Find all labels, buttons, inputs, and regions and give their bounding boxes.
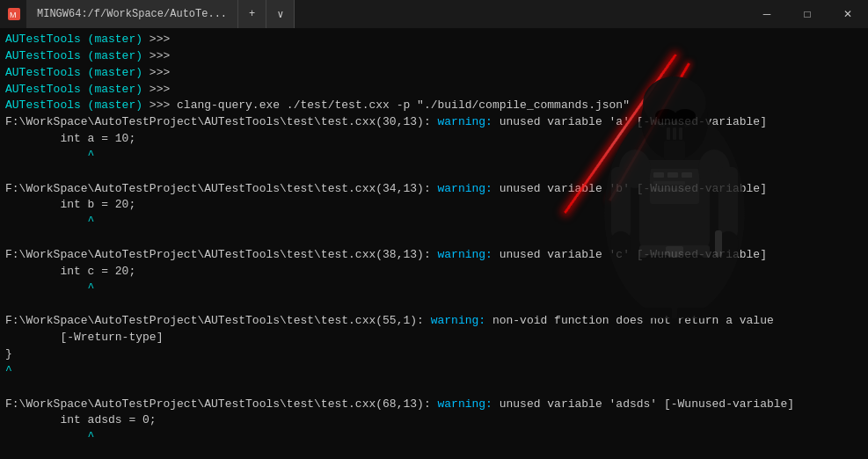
terminal-line: F:\WorkSpace\AutoTestProject\AUTestTools… xyxy=(5,181,863,198)
terminal-line: ^ xyxy=(5,214,863,230)
minimize-button[interactable]: ─ xyxy=(747,0,787,28)
terminal-line: F:\WorkSpace\AutoTestProject\AUTestTools… xyxy=(5,313,863,330)
tab-label: MINGW64:/f/WorkSpace/AutoTe... xyxy=(37,8,227,20)
terminal-window: M MINGW64:/f/WorkSpace/AutoTe... + ∨ ─ □… xyxy=(0,0,868,459)
chevron-down-icon: ∨ xyxy=(277,8,283,21)
terminal-line: AUTestTools (master) >>> xyxy=(5,32,863,48)
terminal-line: ^ xyxy=(5,429,863,446)
active-tab[interactable]: MINGW64:/f/WorkSpace/AutoTe... xyxy=(26,0,238,28)
terminal-lines: AUTestTools (master) >>>AUTestTools (mas… xyxy=(5,32,863,459)
maximize-button[interactable]: □ xyxy=(787,0,828,28)
titlebar-tabs: MINGW64:/f/WorkSpace/AutoTe... + ∨ xyxy=(26,0,295,28)
add-tab-button[interactable]: + xyxy=(238,0,266,28)
terminal-line: AUTestTools (master) >>> xyxy=(5,82,863,98)
terminal-line: int a = 10; xyxy=(5,131,863,148)
terminal-line: int b = 20; xyxy=(5,197,863,214)
terminal-line xyxy=(5,446,863,459)
terminal-line: AUTestTools (master) >>> xyxy=(5,48,863,65)
terminal-line xyxy=(5,164,863,181)
terminal-content[interactable]: AUTestTools (master) >>>AUTestTools (mas… xyxy=(0,28,868,459)
terminal-line: AUTestTools (master) >>> clang-query.exe… xyxy=(5,98,863,114)
terminal-line: F:\WorkSpace\AutoTestProject\AUTestTools… xyxy=(5,397,863,413)
terminal-line: } xyxy=(5,346,863,363)
terminal-line: [-Wreturn-type] xyxy=(5,330,863,346)
terminal-line: AUTestTools (master) >>> xyxy=(5,65,863,82)
window-controls: ─ □ ✕ xyxy=(747,0,868,28)
titlebar-left: M MINGW64:/f/WorkSpace/AutoTe... + ∨ xyxy=(7,0,295,28)
terminal-line xyxy=(5,380,863,397)
terminal-line: ^ xyxy=(5,280,863,297)
terminal-line xyxy=(5,230,863,247)
close-button[interactable]: ✕ xyxy=(828,0,868,28)
terminal-line: F:\WorkSpace\AutoTestProject\AUTestTools… xyxy=(5,247,863,264)
titlebar: M MINGW64:/f/WorkSpace/AutoTe... + ∨ ─ □… xyxy=(0,0,868,28)
terminal-line xyxy=(5,297,863,314)
app-icon: M xyxy=(7,7,21,21)
terminal-line: int adsds = 0; xyxy=(5,412,863,429)
add-tab-icon: + xyxy=(249,8,255,20)
terminal-line: int c = 20; xyxy=(5,264,863,280)
chevron-tab[interactable]: ∨ xyxy=(266,0,295,28)
terminal-line: F:\WorkSpace\AutoTestProject\AUTestTools… xyxy=(5,114,863,131)
terminal-line: ^ xyxy=(5,363,863,380)
svg-text:M: M xyxy=(10,11,17,19)
terminal-line: ^ xyxy=(5,148,863,164)
